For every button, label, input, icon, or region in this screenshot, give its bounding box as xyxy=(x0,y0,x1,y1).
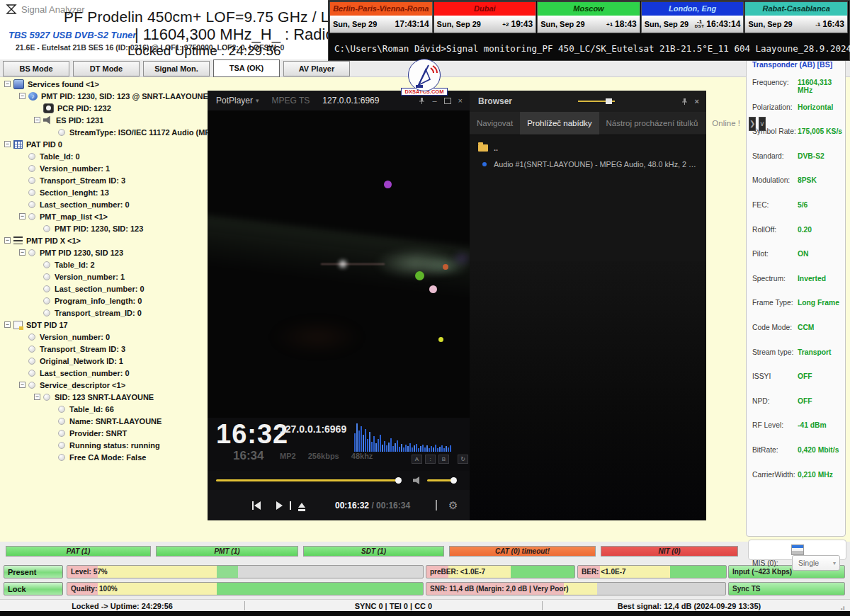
param-label: Modulation: xyxy=(752,176,798,184)
eject-button[interactable] xyxy=(298,503,305,508)
param-value: 175,005 KS/s xyxy=(798,127,842,135)
close-icon[interactable]: × xyxy=(458,97,463,105)
tree-row[interactable]: Transport_Stream ID: 3 xyxy=(4,174,205,186)
tree-row[interactable]: Last_section_number: 0 xyxy=(4,198,205,210)
tree-row[interactable]: Program_info_length: 0 xyxy=(4,295,205,307)
tree-row[interactable]: Section_lenght: 13 xyxy=(4,186,205,198)
param-label: Spectrum: xyxy=(752,275,798,283)
browser-tab[interactable]: Nástroj procházení titulků xyxy=(599,112,706,135)
browser-tab[interactable]: Prohlížeč nabídky xyxy=(520,112,599,135)
tree-collapse-toggle[interactable] xyxy=(4,81,11,87)
tree-row[interactable]: Table_Id: 66 xyxy=(4,403,205,415)
tree-row[interactable]: PAT PID 0 xyxy=(4,138,205,150)
tree-collapse-toggle[interactable] xyxy=(4,321,11,328)
potplayer-window: PotPlayer ▾ MPEG TS 127.0.0.1:6969 – × xyxy=(208,91,470,520)
param-value: 8PSK xyxy=(798,176,842,184)
maximize-icon[interactable] xyxy=(444,98,451,104)
tree-row[interactable]: Version_number: 1 xyxy=(4,162,205,174)
minimize-icon[interactable]: – xyxy=(432,97,436,105)
browser-tab[interactable]: Online ! xyxy=(705,112,747,135)
next-button[interactable] xyxy=(276,501,283,510)
tree-row[interactable]: Free CA Mode: False xyxy=(4,451,205,463)
tree-row[interactable]: PMT PID: 1230, SID: 123 @ SNRT-LAAYOUNE … xyxy=(4,90,205,102)
tree-row[interactable]: PMT PID 1230, SID 123 xyxy=(4,246,205,258)
mode-tab[interactable]: BS Mode xyxy=(3,61,69,76)
tree-collapse-toggle[interactable] xyxy=(19,93,26,99)
volume-slider[interactable] xyxy=(427,479,454,481)
browser-tab[interactable]: Navigovat xyxy=(470,112,520,135)
ab-repeat-mid-icon[interactable]: : xyxy=(425,455,436,464)
tree-row[interactable]: Version_number: 0 xyxy=(4,331,205,343)
tree-row[interactable]: SID: 123 SNRT-LAAYOUNE xyxy=(4,391,205,403)
tree-collapse-toggle[interactable] xyxy=(19,213,26,219)
bullet-icon xyxy=(28,201,35,208)
tree-row[interactable]: PMT PID X <1> xyxy=(4,234,205,246)
tree-row[interactable]: PMT_map_list <1> xyxy=(4,210,205,222)
gear-icon[interactable]: ⚙ xyxy=(448,500,458,511)
resize-grip[interactable]: ⣠ xyxy=(840,602,849,610)
clock-time: 19:43 xyxy=(511,19,533,29)
sync-ts-indicator: Sync TS xyxy=(728,582,845,595)
tree-row[interactable]: Table_Id: 0 xyxy=(4,150,205,162)
seek-bar[interactable] xyxy=(216,479,400,481)
tree-row[interactable]: ES PID: 1231 xyxy=(4,114,205,126)
ab-repeat-a-button[interactable]: A xyxy=(412,455,422,464)
tree-row[interactable]: Name: SNRT-LAAYOUNE xyxy=(4,415,205,427)
tree-row[interactable]: StreamType: ISO/IEC 11172 Audio (MPEG-1)… xyxy=(4,126,205,138)
tree-row[interactable]: Provider: SNRT xyxy=(4,427,205,439)
elapsed-time-big: 16:32 xyxy=(216,419,288,450)
tree-collapse-toggle[interactable] xyxy=(34,117,40,123)
clock-date: Sun, Sep 29 xyxy=(540,20,606,28)
tree-row[interactable]: PCR PID: 1232 xyxy=(4,102,205,114)
seek-knob[interactable] xyxy=(395,477,402,484)
speaker-icon[interactable] xyxy=(413,477,421,484)
browser-audio-item-row[interactable]: Audio #1(SNRT-LAAYOUNE) - MPEG Audio, 48… xyxy=(470,156,706,172)
mode-tab[interactable]: DT Mode xyxy=(73,61,140,76)
browser-opacity-slider[interactable] xyxy=(578,101,615,102)
tree-collapse-toggle[interactable] xyxy=(19,382,26,388)
tree-row[interactable]: SDT PID 17 xyxy=(4,319,205,331)
up-folder-label: .. xyxy=(494,144,498,152)
tree-row[interactable]: Original_Network ID: 1 xyxy=(4,355,205,367)
tree-row[interactable]: Services found <1> xyxy=(4,78,205,90)
spectrum-bar xyxy=(363,435,364,452)
potplayer-menu[interactable]: PotPlayer xyxy=(216,96,253,105)
mode-tab[interactable]: TSA (OK) xyxy=(213,59,280,77)
tree-collapse-toggle[interactable] xyxy=(4,141,11,147)
mode-tab[interactable]: Signal Mon. xyxy=(143,61,210,76)
chevron-right-icon[interactable]: ❯ xyxy=(749,117,756,131)
tree-row[interactable]: Running status: running xyxy=(4,439,205,451)
tree-collapse-toggle[interactable] xyxy=(4,237,11,244)
close-icon[interactable]: × xyxy=(695,98,699,105)
browser-up-folder-row[interactable]: .. xyxy=(470,139,706,156)
tree-row[interactable]: Service_descriptor <1> xyxy=(4,379,205,391)
terminal-window[interactable]: Berlin-Paris-Vienna-Roma Sun, Sep 29 17:… xyxy=(328,0,850,61)
tree-node-label: Original_Network ID: 1 xyxy=(40,357,123,365)
clock-time: 17:43:14 xyxy=(395,19,429,29)
mode-tab[interactable]: AV Player xyxy=(283,61,350,76)
world-clock: Moscow Sun, Sep 29 +1 18:43 xyxy=(537,1,640,33)
tree-row[interactable]: Version_number: 1 xyxy=(4,270,205,283)
browser-titlebar[interactable]: Browser × xyxy=(470,91,706,112)
loop-icon[interactable]: ↻ xyxy=(458,455,468,464)
tree-row[interactable]: Transport_Stream ID: 3 xyxy=(4,343,205,355)
previous-button[interactable] xyxy=(254,501,261,510)
mis-dropdown[interactable]: Single ▾ xyxy=(792,555,840,571)
tree-collapse-toggle[interactable] xyxy=(19,249,26,256)
param-label: Frame Type: xyxy=(752,299,798,307)
pin-icon[interactable] xyxy=(419,97,425,105)
video-area[interactable] xyxy=(208,110,470,418)
playlist-icon[interactable] xyxy=(436,500,437,511)
param-label: NPD: xyxy=(752,397,798,405)
spectrum-bar xyxy=(420,446,421,452)
tree-row[interactable]: Transport_stream_ID: 0 xyxy=(4,307,205,319)
pin-icon[interactable] xyxy=(681,98,688,105)
tree-row[interactable]: PMT PID: 1230, SID: 123 xyxy=(4,222,205,234)
tree-row[interactable]: Table_Id: 2 xyxy=(4,258,205,270)
tree-row[interactable]: Last_section_number: 0 xyxy=(4,283,205,295)
chevron-down-icon[interactable]: ∨ xyxy=(759,117,765,131)
ab-repeat-b-button[interactable]: B xyxy=(438,455,449,464)
tree-collapse-toggle[interactable] xyxy=(34,394,40,400)
tree-row[interactable]: Last_section_number: 0 xyxy=(4,367,205,379)
volume-knob[interactable] xyxy=(450,477,457,484)
